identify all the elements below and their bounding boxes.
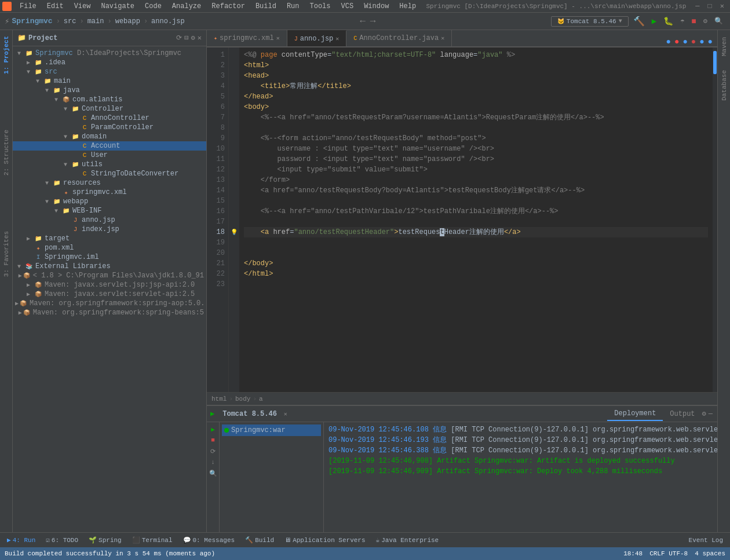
run-side-scroll[interactable]: ↓	[209, 457, 218, 467]
menu-tools[interactable]: Tools	[305, 1, 335, 12]
build-tool-btn[interactable]: 🔨 Build	[240, 535, 279, 545]
menu-view[interactable]: View	[70, 1, 96, 12]
terminal-tool-btn[interactable]: ⬛ Terminal	[127, 535, 177, 545]
tree-java[interactable]: ▼ 📁 java	[13, 86, 206, 95]
breadcrumb-body[interactable]: body	[235, 396, 250, 402]
opera-icon[interactable]: ●	[691, 37, 696, 46]
project-tab-label[interactable]: 1: Project	[2, 32, 11, 78]
tree-com-atlantis[interactable]: ▼ 📦 com.atlantis	[13, 95, 206, 104]
run-config[interactable]: 🐱 Tomcat 8.5.46 ▼	[551, 16, 629, 27]
tab-springmvc-xml[interactable]: ✦ springmvc.xml ✕	[207, 30, 287, 46]
tree-maven2[interactable]: ▶ 📦 Maven: javax.servlet:servlet-api:2.5	[13, 290, 206, 299]
tree-anno-controller[interactable]: C AnnoController	[13, 114, 206, 123]
tree-index-jsp[interactable]: J index.jsp	[13, 225, 206, 234]
menu-refactor[interactable]: Refactor	[207, 1, 250, 12]
code-editor[interactable]: 1 2 3 4 5 6 7 8 9 10 11 12 13 14 15 16 1…	[207, 47, 717, 392]
tree-user[interactable]: C User	[13, 151, 206, 160]
database-tab[interactable]: Database	[720, 65, 729, 105]
search-icon[interactable]: 🔨	[631, 14, 647, 28]
menu-build[interactable]: Build	[251, 1, 281, 12]
close-run-panel[interactable]: ✕	[284, 411, 287, 418]
run-side-restart[interactable]: ▶	[209, 424, 218, 434]
tree-domain[interactable]: ▼ 📁 domain	[13, 132, 206, 141]
scrollbar-thumb[interactable]	[713, 51, 717, 74]
tree-ext-libs[interactable]: ▼ 📚 External Libraries	[13, 262, 206, 271]
tree-main[interactable]: ▼ 📁 main	[13, 76, 206, 86]
event-log-btn[interactable]: Event Log	[684, 536, 728, 545]
messages-tool-btn[interactable]: 💬 0: Messages	[178, 535, 240, 545]
ie-icon[interactable]: ●	[682, 37, 687, 46]
spring-tool-btn[interactable]: 🌱 Spring	[84, 535, 126, 545]
chrome-icon[interactable]: ●	[666, 37, 671, 46]
maximize-btn[interactable]: □	[705, 1, 716, 12]
app-servers-tool-btn[interactable]: 🖥 Application Servers	[280, 535, 370, 545]
toolbar-extra1[interactable]: ⚙	[701, 16, 710, 27]
edge-icon[interactable]: ●	[699, 37, 704, 46]
tab-anno-close[interactable]: ✕	[335, 35, 339, 42]
tree-utils[interactable]: ▼ 📁 utils	[13, 160, 206, 169]
tree-iml[interactable]: I Springmvc.iml	[13, 252, 206, 262]
maven-tab[interactable]: Maven	[720, 32, 729, 61]
stop-btn[interactable]: ■	[689, 16, 698, 27]
settings-run-icon[interactable]: ⚙	[702, 409, 706, 418]
tree-account[interactable]: C Account	[13, 141, 206, 151]
menu-window[interactable]: Window	[359, 1, 393, 12]
tree-maven1[interactable]: ▶ 📦 Maven: javax.servlet.jsp:jsp-api:2.0	[13, 280, 206, 290]
safari-icon[interactable]: ●	[708, 37, 713, 46]
menu-code[interactable]: Code	[140, 1, 166, 12]
tree-jdk[interactable]: ▶ 📦 < 1.8 > C:\Program Files\Java\jdk1.8…	[13, 271, 206, 280]
tree-anno-jsp[interactable]: J anno.jsp	[13, 215, 206, 225]
coverage-btn[interactable]: ☂	[678, 16, 687, 27]
firefox-icon[interactable]: ●	[674, 37, 679, 46]
tab-springmvc-close[interactable]: ✕	[276, 35, 280, 42]
todo-tool-btn[interactable]: ☑ 6: TODO	[41, 535, 83, 545]
tab-anno-controller[interactable]: C AnnoController.java ✕	[346, 30, 452, 46]
run-side-filter[interactable]: 🔍	[209, 469, 218, 478]
tree-converter[interactable]: C StringToDateConverter	[13, 169, 206, 178]
menu-navigate[interactable]: Navigate	[96, 1, 139, 12]
tree-idea[interactable]: ▶ 📁 .idea	[13, 58, 206, 67]
close-btn[interactable]: ✕	[717, 1, 728, 12]
toolbar-extra2[interactable]: 🔍	[712, 16, 725, 27]
tree-root[interactable]: ▼ 📁 Springmvc D:\IdeaProjects\Springmvc	[13, 49, 206, 58]
favorites-tab-label[interactable]: 3: Favorites	[2, 228, 11, 280]
minus-run-icon[interactable]: ─	[709, 410, 713, 418]
collapse-icon[interactable]: ⊟	[184, 34, 188, 42]
tree-param-controller[interactable]: C ParamController	[13, 123, 206, 132]
tree-target[interactable]: ▶ 📁 target	[13, 234, 206, 243]
run-tool-btn[interactable]: ▶ 4: Run	[2, 535, 40, 545]
menu-file[interactable]: File	[15, 1, 41, 12]
breadcrumb-html[interactable]: html	[211, 396, 227, 402]
tree-resources[interactable]: ▼ 📁 resources	[13, 178, 206, 188]
tree-webinf[interactable]: ▼ 📁 WEB-INF	[13, 206, 206, 215]
java-enterprise-tool-btn[interactable]: ☕ Java Enterprise	[371, 535, 444, 545]
sync-icon[interactable]: ⟳	[176, 34, 182, 42]
breadcrumb-a[interactable]: a	[259, 396, 263, 402]
menu-edit[interactable]: Edit	[42, 1, 68, 12]
tree-controller-pkg[interactable]: ▼ 📁 Controller	[13, 104, 206, 114]
tab-deployment[interactable]: Deployment	[607, 407, 663, 421]
tree-maven3[interactable]: ▶ 📦 Maven: org.springframework:spring-ao…	[13, 299, 206, 308]
server-springmvc[interactable]: Springmvc:war	[222, 424, 321, 436]
structure-tab-label[interactable]: 2: Structure	[2, 126, 11, 179]
tab-anno-jsp[interactable]: J anno.jsp ✕	[287, 30, 347, 46]
tree-pom[interactable]: ✦ pom.xml	[13, 243, 206, 252]
run-side-stop[interactable]: ■	[209, 435, 218, 445]
settings-icon[interactable]: ⚙	[191, 34, 195, 42]
tab-ctrl-close[interactable]: ✕	[441, 35, 444, 42]
menu-run[interactable]: Run	[282, 1, 304, 12]
back-btn[interactable]: ←	[360, 16, 366, 27]
tree-webapp[interactable]: ▼ 📁 webapp	[13, 197, 206, 206]
forward-btn[interactable]: →	[370, 16, 376, 27]
tree-src[interactable]: ▼ 📁 src	[13, 67, 206, 76]
menu-help[interactable]: Help	[395, 1, 421, 12]
run-btn[interactable]: ▶	[649, 15, 659, 27]
debug-btn[interactable]: 🐛	[661, 15, 676, 27]
tree-maven4[interactable]: ▶ 📦 Maven: org.springframework:spring-be…	[13, 308, 206, 317]
code-content[interactable]: <%@ page contentType="text/html;charset=…	[239, 47, 713, 392]
menu-analyze[interactable]: Analyze	[167, 1, 206, 12]
tree-springmvc-xml[interactable]: ✦ springmvc.xml	[13, 188, 206, 197]
run-side-refresh[interactable]: ⟳	[209, 446, 218, 456]
tab-output[interactable]: Output	[663, 408, 702, 420]
minimize-btn[interactable]: ─	[692, 1, 703, 12]
